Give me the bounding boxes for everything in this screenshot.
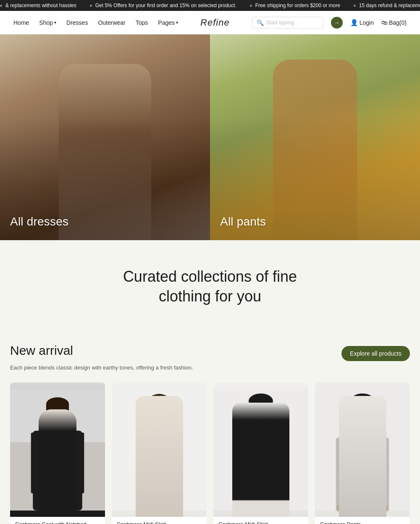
search-submit-button[interactable]: → (331, 17, 343, 29)
ticker-item: Get 5% Offers for your first order and 1… (90, 3, 236, 8)
collections-title: Curated collections of fine clothing for… (105, 267, 315, 307)
product-card[interactable]: Cashmere Midi Skirt (112, 383, 207, 524)
nav-link-shop[interactable]: Shop ▾ (39, 19, 56, 26)
svg-rect-24 (163, 501, 173, 511)
svg-rect-29 (213, 389, 308, 510)
svg-rect-51 (367, 506, 388, 510)
product-name: Cashmere Pants (315, 517, 410, 524)
svg-rect-11 (65, 403, 69, 418)
svg-marker-7 (50, 430, 65, 442)
main-nav: Home Shop ▾ Dresses Outerwear Tops Pages… (0, 11, 420, 34)
product-name: Cashmere Midi Shirt (213, 517, 308, 524)
product-image-svg (213, 383, 308, 517)
search-box[interactable]: 🔍 Start typing... (252, 17, 323, 29)
svg-point-39 (351, 397, 374, 422)
explore-all-products-button[interactable]: Explore all products (341, 346, 410, 361)
new-arrival-title: New arrival (10, 343, 73, 358)
chevron-down-icon: ▾ (176, 20, 178, 25)
hero-grid: All dresses All pants (0, 34, 420, 240)
nav-left: Home Shop ▾ Dresses Outerwear Tops Pages… (13, 19, 178, 26)
hero-pants-label: All pants (220, 215, 266, 228)
nav-right: 🔍 Start typing... → 👤 Login 🛍 Bag(0) (252, 17, 407, 29)
svg-rect-32 (249, 419, 272, 434)
svg-rect-14 (138, 427, 180, 510)
new-arrival-heading-group: New arrival (10, 343, 73, 358)
svg-point-31 (249, 393, 273, 409)
svg-rect-3 (33, 430, 82, 510)
search-placeholder: Start typing... (266, 19, 299, 26)
product-grid: Cashmere Coat with Notched Lapels (10, 383, 410, 524)
person-icon: 👤 (350, 19, 358, 26)
ticker-item: 15 days refund & replacements without ha… (354, 3, 420, 8)
hero-right-image (210, 34, 420, 240)
svg-rect-5 (31, 432, 41, 493)
ticker-dot (90, 5, 92, 7)
ticker-dot (354, 5, 356, 7)
product-image-svg (112, 383, 207, 517)
svg-rect-26 (147, 401, 150, 420)
product-card[interactable]: Cashmere Pants (315, 383, 410, 524)
product-image (213, 383, 308, 517)
product-card[interactable]: Cashmere Midi Shirt (213, 383, 308, 524)
svg-point-25 (148, 394, 171, 411)
svg-rect-1 (10, 442, 105, 511)
login-link[interactable]: 👤 Login (350, 19, 374, 26)
chevron-down-icon: ▾ (54, 20, 56, 25)
svg-rect-38 (315, 389, 410, 510)
new-arrival-subtitle: Each piece blends classic design with ea… (10, 364, 410, 371)
svg-rect-27 (168, 401, 172, 420)
hero-panel-pants[interactable]: All pants (210, 34, 420, 240)
new-arrival-section: New arrival Explore all products Each pi… (0, 330, 420, 524)
ticker-text: Free shipping for orders $200 or more (255, 3, 340, 8)
svg-rect-10 (46, 403, 50, 418)
ticker-dot (0, 5, 2, 7)
site-logo[interactable]: Refine (200, 17, 230, 28)
nav-link-outerwear[interactable]: Outerwear (98, 19, 125, 26)
svg-rect-37 (246, 422, 276, 433)
product-image (10, 383, 105, 517)
svg-rect-6 (75, 432, 84, 493)
svg-rect-23 (146, 501, 155, 511)
bag-icon: 🛍 (381, 19, 388, 26)
nav-link-pages[interactable]: Pages ▾ (158, 19, 178, 26)
nav-link-tops[interactable]: Tops (136, 19, 148, 26)
ticker-item: & replacements without hassles (0, 3, 76, 8)
ticker-text: Get 5% Offers for your first order and 1… (95, 3, 236, 8)
svg-rect-42 (336, 438, 361, 511)
svg-rect-12 (112, 389, 207, 510)
svg-rect-50 (337, 506, 358, 510)
product-image (315, 383, 410, 517)
product-image-svg (10, 383, 105, 517)
svg-point-13 (146, 397, 172, 426)
hero-panel-dresses[interactable]: All dresses (0, 34, 210, 240)
product-name: Cashmere Coat with Notched Lapels (10, 517, 105, 524)
ticker-inner: & replacements without hassles Get 5% Of… (0, 3, 420, 8)
svg-rect-34 (263, 432, 289, 508)
ticker-item: Free shipping for orders $200 or more (250, 3, 340, 8)
product-card[interactable]: Cashmere Coat with Notched Lapels (10, 383, 105, 524)
svg-point-35 (234, 503, 257, 510)
collections-section: Curated collections of fine clothing for… (0, 240, 420, 330)
hero-left-image (0, 34, 210, 240)
svg-point-40 (350, 393, 375, 409)
product-image-svg (315, 383, 410, 517)
new-arrival-header: New arrival Explore all products (10, 343, 410, 361)
svg-point-36 (265, 503, 287, 510)
nav-link-dresses[interactable]: Dresses (66, 19, 88, 26)
product-name: Cashmere Midi Skirt (112, 517, 207, 524)
hero-dresses-label: All dresses (10, 215, 68, 228)
svg-rect-41 (349, 420, 375, 439)
ticker-text: 15 days refund & replacements without ha… (359, 3, 420, 8)
announcement-ticker: & replacements without hassles Get 5% Of… (0, 0, 420, 11)
svg-rect-43 (365, 438, 389, 511)
svg-rect-33 (232, 432, 259, 508)
svg-point-28 (149, 398, 169, 421)
ticker-dot (250, 5, 252, 7)
nav-link-home[interactable]: Home (13, 19, 29, 26)
product-image (112, 383, 207, 517)
bag-link[interactable]: 🛍 Bag(0) (381, 19, 407, 26)
search-icon: 🔍 (257, 19, 264, 26)
ticker-text: & replacements without hassles (5, 3, 76, 8)
